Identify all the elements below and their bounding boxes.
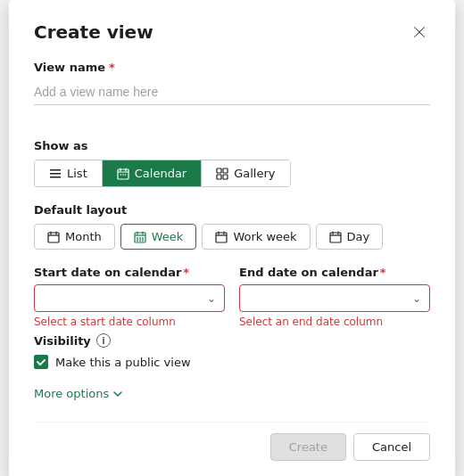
- show-as-section: Show as List Calendar: [34, 139, 430, 187]
- default-layout-section: Default layout Month Week: [34, 203, 430, 250]
- show-as-calendar-button[interactable]: Calendar: [103, 160, 202, 186]
- more-options-button[interactable]: More options: [34, 383, 123, 404]
- layout-day-button[interactable]: Day: [316, 224, 384, 250]
- start-date-select-wrapper: ⌄: [34, 284, 225, 312]
- end-date-select[interactable]: [239, 284, 430, 312]
- visibility-info-icon[interactable]: i: [96, 333, 111, 348]
- public-view-label: Make this a public view: [55, 356, 191, 369]
- show-as-list-button[interactable]: List: [35, 160, 103, 186]
- layout-work-week-button[interactable]: Work week: [202, 224, 310, 250]
- svg-rect-10: [216, 233, 227, 242]
- svg-point-1: [120, 174, 121, 176]
- view-name-label: View name*: [34, 61, 430, 74]
- layout-month-button[interactable]: Month: [34, 224, 115, 250]
- show-as-gallery-button[interactable]: Gallery: [202, 160, 289, 186]
- date-fields-row: Start date on calendar* ⌄ Select a start…: [34, 266, 430, 328]
- dialog-footer: Create Cancel: [34, 422, 430, 461]
- show-as-toggle-group: List Calendar: [34, 160, 291, 187]
- visibility-section: Visibility i Make this a public view: [34, 333, 430, 369]
- svg-rect-6: [217, 175, 221, 179]
- svg-rect-4: [217, 168, 221, 173]
- end-date-error: Select an end date column: [239, 316, 430, 328]
- show-as-label: Show as: [34, 139, 430, 152]
- visibility-label: Visibility i: [34, 333, 430, 348]
- dialog-header: Create view: [34, 21, 430, 43]
- layout-button-group: Month Week Work week: [34, 224, 383, 250]
- layout-week-button[interactable]: Week: [120, 224, 197, 250]
- start-date-field: Start date on calendar* ⌄ Select a start…: [34, 266, 225, 328]
- dialog-title: Create view: [34, 21, 153, 43]
- create-button[interactable]: Create: [270, 433, 346, 461]
- start-date-error: Select a start date column: [34, 316, 225, 328]
- svg-rect-11: [330, 233, 341, 242]
- svg-rect-5: [223, 168, 228, 173]
- svg-point-2: [122, 174, 124, 176]
- default-layout-label: Default layout: [34, 203, 430, 217]
- svg-rect-7: [223, 175, 228, 179]
- start-date-select[interactable]: [34, 284, 225, 312]
- svg-point-3: [124, 174, 126, 176]
- create-view-dialog: Create view View name* Show as List: [9, 0, 455, 476]
- svg-rect-8: [48, 233, 59, 242]
- end-date-field: End date on calendar* ⌄ Select an end da…: [239, 266, 430, 328]
- public-view-checkbox[interactable]: [34, 355, 48, 369]
- view-name-input[interactable]: [34, 79, 430, 105]
- close-button[interactable]: [409, 21, 430, 43]
- public-view-checkbox-row: Make this a public view: [34, 355, 430, 369]
- end-date-label: End date on calendar*: [239, 266, 430, 279]
- start-date-label: Start date on calendar*: [34, 266, 225, 279]
- end-date-select-wrapper: ⌄: [239, 284, 430, 312]
- view-name-section: View name*: [34, 61, 430, 123]
- cancel-button[interactable]: Cancel: [353, 433, 430, 461]
